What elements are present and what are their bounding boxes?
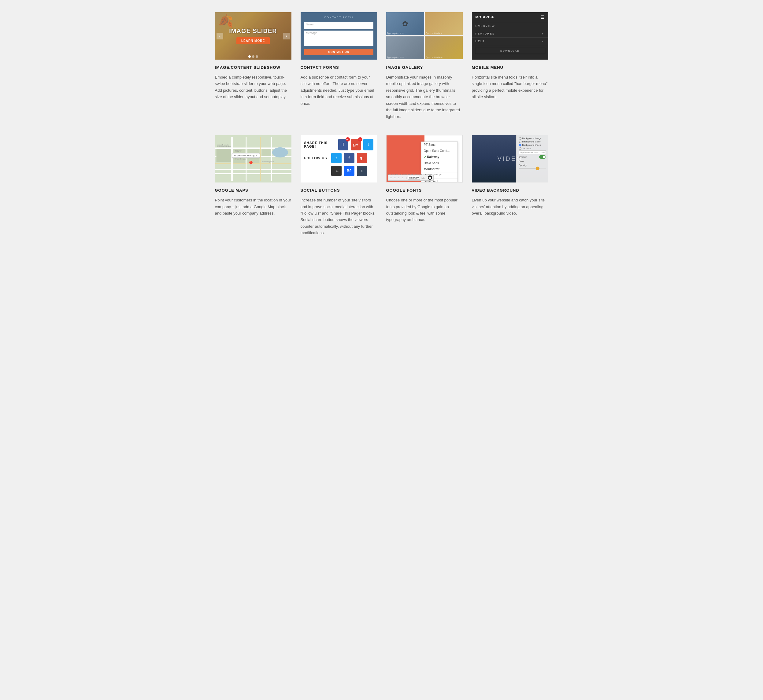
video-overlay-row: Overlay (519, 155, 546, 159)
gallery-thumb-1[interactable]: ✿ Type caption here (386, 12, 424, 35)
social-tumblr-button[interactable]: t (357, 166, 367, 176)
video-label-youtube: YouTube (522, 147, 531, 150)
gallery-thumb-2[interactable]: Type caption here (425, 12, 463, 35)
social-behance-button[interactable]: Bē (344, 166, 354, 176)
gallery-caption-3: Type caption here (387, 56, 404, 58)
fonts-option-droidsans[interactable]: Droid Sans (421, 160, 457, 166)
map-tooltip-close-icon[interactable]: ✕ (255, 154, 258, 157)
video-overlay-toggle[interactable] (539, 155, 546, 159)
social-gplus-share-button[interactable]: g+ 47 (351, 139, 361, 150)
fonts-toolbar-align-right[interactable]: ≡ (397, 176, 401, 180)
contact-message-input[interactable]: Message (304, 31, 373, 46)
contact-preview: CONTACT FORM Name* Message CONTACT US (301, 12, 377, 59)
map-tooltip-text: Empire State Building (234, 155, 254, 156)
contact-form-title: CONTACT FORM (304, 16, 373, 19)
fonts-option-montserrat[interactable]: Montserrat (421, 166, 457, 172)
map-pin-icon: 📍 (247, 161, 255, 167)
svg-rect-15 (216, 149, 231, 162)
social-github-button[interactable]: ⌥ (331, 166, 342, 176)
contact-name-input[interactable]: Name* (304, 22, 373, 29)
social-follow-row: FOLLOW US t f g+ (304, 153, 373, 163)
mm-nav-help-label: HELP (476, 40, 485, 43)
map-svg: Jacob K. Javits Convention Center МИШГЭТ… (215, 135, 291, 183)
contact-submit-button[interactable]: CONTACT US (304, 49, 373, 55)
gplus-count-badge: 47 (358, 137, 362, 142)
feature-item-contact: CONTACT FORM Name* Message CONTACT US CO… (301, 12, 377, 120)
gallery-flower-icon: ✿ (402, 20, 408, 28)
radio-bg-color-icon[interactable] (519, 141, 522, 143)
gallery-caption-4: Type caption here (426, 56, 443, 58)
feature-desc-slider: Embed a completely responsive, touch-swi… (215, 74, 291, 100)
social-preview: SHARE THIS PAGE! f 192 g+ 47 t FOLLOW US (301, 135, 377, 183)
gallery-thumb-4[interactable]: Type caption here (425, 36, 463, 59)
social-facebook-share-button[interactable]: f 192 (338, 139, 348, 150)
social-twitter-follow-button[interactable]: t (331, 153, 342, 163)
slider-arrow-right[interactable]: › (283, 33, 290, 39)
svg-text:Отель Леонардо: Отель Леонардо (235, 158, 246, 160)
fonts-toolbar-align-center[interactable]: ≡ (393, 176, 396, 180)
tumblr-icon: t (362, 169, 363, 173)
radio-youtube-icon[interactable] (519, 147, 522, 150)
radio-bg-image-icon[interactable] (519, 137, 522, 140)
social-share-row: SHARE THIS PAGE! f 192 g+ 47 t (304, 139, 373, 150)
mm-features-arrow-icon: ▼ (542, 33, 545, 35)
mm-download-button[interactable]: DOWNLOAD (475, 48, 545, 54)
mm-nav-features[interactable]: FEATURES ▼ (472, 30, 548, 38)
feature-item-social: SHARE THIS PAGE! f 192 g+ 47 t FOLLOW US (301, 135, 377, 236)
video-url-input[interactable] (519, 150, 546, 155)
mm-nav-help[interactable]: HELP ▼ (472, 38, 548, 45)
fonts-toolbar-font-select[interactable]: Raleway (408, 176, 420, 180)
gallery-caption-1: Type caption here (387, 32, 404, 34)
video-label-bg-video: Background Video (522, 144, 541, 147)
twitter-icon: t (368, 142, 369, 147)
facebook-count-badge: 192 (346, 137, 350, 142)
social-twitter-share-button[interactable]: t (363, 139, 373, 150)
fonts-toolbar-color-picker[interactable]: ⬤ (428, 175, 432, 180)
fonts-toolbar-justify[interactable]: ≡ (401, 176, 404, 180)
fonts-bottom-text: ite in a few clicks! Mobirise helps you … (388, 173, 442, 175)
facebook-follow-icon: f (349, 156, 350, 160)
video-label-bg-color: Background Color (522, 140, 541, 143)
slider-dot-2[interactable] (252, 55, 254, 58)
gallery-thumb-3[interactable]: Type caption here (386, 36, 424, 59)
map-tooltip: Empire State Building ✕ (232, 153, 260, 158)
gplus-icon: g+ (353, 142, 359, 147)
fonts-option-raleway[interactable]: Raleway (421, 154, 457, 160)
slider-learn-more-button[interactable]: LEARN MORE (237, 37, 270, 44)
leaves-decoration: 🍂 (218, 14, 233, 28)
gplus-follow-icon: g+ (360, 156, 364, 160)
slider-content: IMAGE SLIDER LEARN MORE (229, 28, 277, 44)
svg-text:Hotel Pennsylvania: Hotel Pennsylvania (262, 161, 274, 162)
fonts-option-opensans[interactable]: Open Sans Cond... (421, 148, 457, 154)
fonts-toolbar-size[interactable]: 17... (420, 176, 427, 180)
feature-title-social: SOCIAL BUTTONS (301, 188, 377, 192)
svg-point-16 (272, 147, 288, 158)
video-label-bg-image: Background Image (522, 137, 542, 140)
feature-grid-row1: 🍂 IMAGE SLIDER LEARN MORE ‹ › IMAGE/CONT… (215, 12, 548, 120)
fonts-option-ptsans[interactable]: PT Sans (421, 142, 457, 148)
slider-heading: IMAGE SLIDER (229, 28, 277, 34)
mm-nav-features-label: FEATURES (476, 32, 495, 35)
mm-nav-overview[interactable]: OVERVIEW (472, 22, 548, 30)
slider-dot-1[interactable] (248, 55, 251, 58)
social-gplus-follow-button[interactable]: g+ (357, 153, 367, 163)
svg-text:МИШГЭТ: МИШГЭТ (235, 150, 241, 152)
mm-header: MOBIRISE ☰ (472, 12, 548, 22)
radio-bg-video-icon[interactable] (519, 144, 522, 147)
video-radio-bg-video: Background Video (519, 144, 546, 147)
fonts-toolbar-align-left[interactable]: ≡ (390, 176, 393, 180)
feature-desc-maps: Point your customers in the location of … (215, 197, 291, 216)
slider-arrow-left[interactable]: ‹ (216, 33, 223, 39)
feature-desc-social: Increase the number of your site visitor… (301, 197, 377, 236)
video-radio-bg-color: Background Color (519, 140, 546, 143)
mm-hamburger-icon[interactable]: ☰ (541, 15, 545, 20)
social-facebook-follow-button[interactable]: f (344, 153, 354, 163)
social-extra-row: ⌥ Bē t (304, 166, 373, 176)
video-opacity-label: Opacity (519, 164, 526, 167)
video-opacity-slider[interactable] (519, 168, 546, 169)
video-text: VIDEO (497, 155, 522, 162)
mm-help-arrow-icon: ▼ (542, 40, 545, 43)
maps-preview: Jacob K. Javits Convention Center МИШГЭТ… (215, 135, 291, 183)
slider-dot-3[interactable] (255, 55, 258, 58)
social-follow-label: FOLLOW US (304, 156, 329, 160)
